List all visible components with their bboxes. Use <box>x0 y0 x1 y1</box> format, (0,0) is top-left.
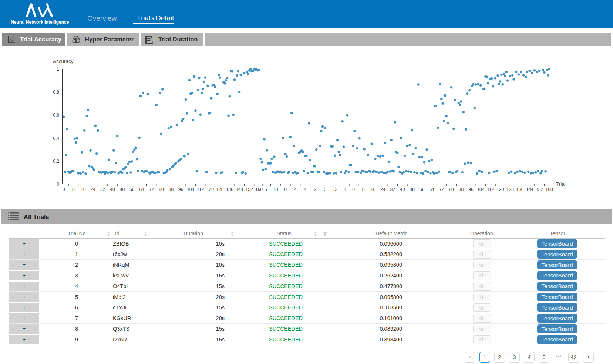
svg-text:Accuracy: Accuracy <box>53 58 74 64</box>
svg-text:Trial: Trial <box>556 181 566 187</box>
svg-text:5: 5 <box>324 187 326 192</box>
svg-text:104: 104 <box>477 187 484 192</box>
svg-text:0.8: 0.8 <box>53 90 59 95</box>
svg-text:152: 152 <box>246 187 253 192</box>
svg-text:128: 128 <box>216 187 223 192</box>
svg-text:136: 136 <box>226 187 233 192</box>
svg-text:32: 32 <box>100 187 105 192</box>
svg-text:120: 120 <box>496 187 504 192</box>
svg-text:136: 136 <box>516 187 523 192</box>
svg-text:1: 1 <box>344 187 346 192</box>
svg-text:0: 0 <box>352 187 355 192</box>
svg-text:112: 112 <box>197 187 204 192</box>
svg-text:13: 13 <box>273 187 278 192</box>
svg-text:72: 72 <box>439 187 444 192</box>
svg-text:160: 160 <box>546 187 553 192</box>
svg-text:0.2: 0.2 <box>53 159 59 164</box>
svg-text:48: 48 <box>120 187 125 192</box>
svg-text:72: 72 <box>149 187 154 192</box>
svg-text:160: 160 <box>255 187 263 192</box>
svg-text:8: 8 <box>362 187 365 192</box>
svg-text:120: 120 <box>206 187 214 192</box>
svg-text:24: 24 <box>380 187 385 192</box>
svg-text:24: 24 <box>91 187 96 192</box>
svg-text:48: 48 <box>410 187 415 192</box>
svg-text:5: 5 <box>265 187 267 192</box>
svg-text:152: 152 <box>536 187 543 192</box>
svg-text:80: 80 <box>159 187 164 192</box>
svg-text:32: 32 <box>390 187 395 192</box>
svg-text:40: 40 <box>110 187 115 192</box>
svg-text:56: 56 <box>129 187 135 192</box>
svg-text:0: 0 <box>284 187 287 192</box>
svg-text:64: 64 <box>139 187 145 192</box>
svg-text:16: 16 <box>81 187 86 192</box>
svg-text:0.6: 0.6 <box>53 112 59 118</box>
svg-text:128: 128 <box>506 187 514 192</box>
svg-text:88: 88 <box>169 187 174 192</box>
svg-text:144: 144 <box>526 187 533 192</box>
svg-text:0.4: 0.4 <box>53 136 59 141</box>
svg-text:4: 4 <box>304 187 307 192</box>
svg-text:2: 2 <box>314 187 317 192</box>
svg-text:112: 112 <box>487 187 494 192</box>
svg-text:1: 1 <box>57 67 59 72</box>
svg-text:64: 64 <box>429 187 434 192</box>
svg-text:56: 56 <box>420 187 425 192</box>
svg-text:104: 104 <box>187 187 194 192</box>
svg-text:88: 88 <box>459 187 464 192</box>
svg-text:96: 96 <box>468 187 474 192</box>
svg-text:96: 96 <box>178 187 183 192</box>
svg-text:0: 0 <box>57 182 59 187</box>
svg-text:16: 16 <box>371 187 376 192</box>
svg-text:4: 4 <box>294 187 297 192</box>
svg-text:144: 144 <box>236 187 243 192</box>
svg-text:40: 40 <box>400 187 405 192</box>
svg-text:0: 0 <box>63 187 65 192</box>
svg-text:13: 13 <box>333 187 338 192</box>
svg-text:80: 80 <box>449 187 454 192</box>
svg-text:8: 8 <box>72 187 75 192</box>
